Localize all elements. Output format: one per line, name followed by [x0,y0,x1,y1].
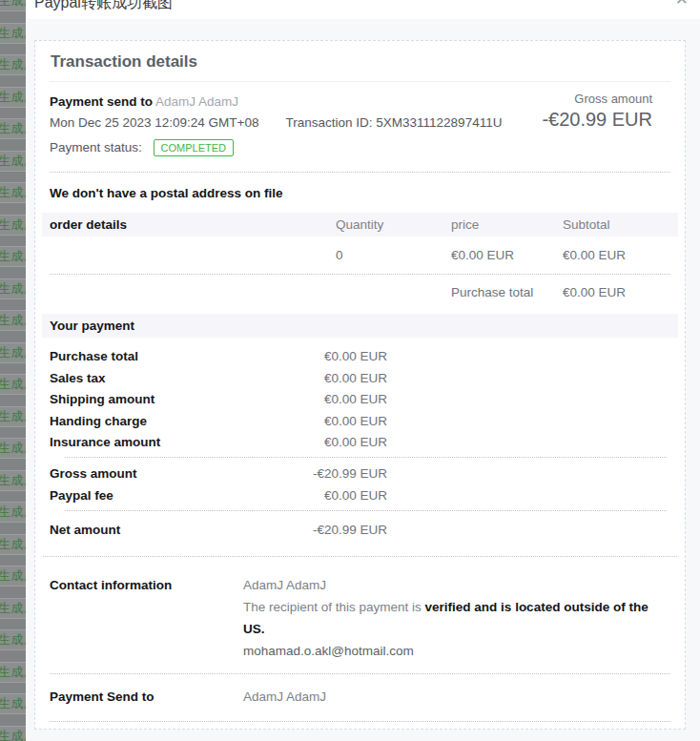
order-table-header: order details Quantity price Subtotal [42,213,678,237]
payment-row: Sales tax €0.00 EUR [50,371,670,393]
close-icon[interactable]: ✕ [675,0,689,8]
background-status-badge: 生成成功 [0,23,26,44]
net-amount-value: -€20.99 EUR [50,523,387,537]
background-status-badge: 生成成功 [0,54,26,75]
transaction-date: Mon Dec 25 2023 12:09:24 GMT+08 [50,115,282,130]
background-status-badge: 生成成功 [0,662,26,683]
subtotal-header: Subtotal [563,217,670,232]
contact-information-values: AdamJ AdamJ The recipient of this paymen… [243,574,670,662]
background-status-badge: 生成成功 [0,438,26,459]
background-status-badge: 生成成功 [0,246,26,267]
divider [65,510,667,511]
row-value: -€20.99 EUR [50,466,387,481]
contact-information-label: Contact information [50,574,243,596]
gross-amount-row: Gross amount -€20.99 EUR [50,466,670,488]
divider [43,556,677,557]
payment-summary: Payment send to AdamJ AdamJ Mon Dec 25 2… [50,82,670,156]
background-status-badge: 生成成功 [0,182,26,203]
payment-send-to-bottom-value: AdamJ AdamJ [243,686,326,708]
paypal-fee-row: Paypal fee €0.00 EUR [50,488,670,510]
background-status-badge: 生成成功 [0,87,26,108]
modal-body: Transaction details Payment send to Adam… [26,19,700,741]
purchase-total-label: Purchase total [451,285,563,299]
modal-header: Paypal转账成功截图 ✕ [26,0,700,19]
background-status-badge: 生成成功 [0,693,26,714]
row-value: €0.00 EUR [50,349,387,363]
row-value: €0.00 EUR [50,414,387,428]
background-status-badge: 生成成功 [0,278,26,299]
gross-amount-label: Gross amount [542,92,652,106]
price-header: price [451,217,563,232]
background-status-badge: 生成成功 [0,310,26,331]
payment-status-line: Payment status: COMPLETED [50,139,670,156]
contact-email: mohamad.o.akl@hotmail.com [243,640,670,662]
background-status-column: 生成成功生成成功生成成功生成成功生成成功生成成功生成成功生成成功生成成功生成成功… [0,0,26,741]
gross-amount-value: -€20.99 EUR [542,109,652,131]
recipient-note: The recipient of this payment is verifie… [243,596,670,640]
quantity-header: Quantity [336,217,451,232]
background-status-badge: 生成成功 [0,470,26,491]
background-status-badge: 生成成功 [0,0,26,11]
modal-title: Paypal转账成功截图 [34,0,173,13]
divider [50,172,670,173]
background-status-badge: 生成成功 [0,118,26,139]
payment-send-to-name: AdamJ AdamJ [155,94,238,109]
order-subtotal-cell: €0.00 EUR [563,248,670,262]
divider [50,721,670,722]
order-table-row: 0 €0.00 EUR €0.00 EUR [42,237,678,274]
row-value: €0.00 EUR [50,371,387,385]
your-payment-heading: Your payment [42,314,678,338]
background-status-badge: 生成成功 [0,598,26,619]
payment-send-to-bottom-label: Payment Send to [50,686,243,708]
row-value: €0.00 EUR [50,435,387,449]
transaction-details-card: Transaction details Payment send to Adam… [34,40,686,730]
postal-address-note: We don't have a postal address on file [50,186,670,200]
row-value: €0.00 EUR [50,392,387,406]
background-status-badge: 生成成功 [0,374,26,395]
background-status-badge: 生成成功 [0,566,26,587]
transaction-id: Transaction ID: 5XM3311122897411U [286,115,503,130]
purchase-total-row: Purchase total €0.00 EUR [42,275,678,312]
order-details-header: order details [50,217,336,232]
gross-amount-block: Gross amount -€20.99 EUR [542,92,652,131]
recipient-note-prefix: The recipient of this payment is [243,600,425,614]
background-status-badge: 生成成功 [0,342,26,363]
background-status-badge: 生成成功 [0,629,26,650]
transaction-modal: Paypal转账成功截图 ✕ Transaction details Payme… [26,0,700,741]
payment-row: Purchase total €0.00 EUR [50,349,670,371]
contact-information-row: Contact information AdamJ AdamJ The reci… [50,574,670,662]
purchase-total-value: €0.00 EUR [563,285,670,299]
totals-rows: Gross amount -€20.99 EUR Paypal fee €0.0… [50,458,670,510]
background-status-badge: 生成成功 [0,406,26,427]
payment-send-to-label: Payment send to [50,94,153,109]
background-status-badge: 生成成功 [0,151,26,172]
card-heading: Transaction details [50,41,670,82]
status-badge: COMPLETED [154,139,234,156]
divider [50,673,670,674]
background-status-badge: 生成成功 [0,534,26,555]
your-payment-rows: Purchase total €0.00 EUR Sales tax €0.00… [50,338,670,457]
payment-status-label: Payment status: [50,140,142,154]
payment-send-to-row: Payment Send to AdamJ AdamJ [50,686,670,708]
contact-name: AdamJ AdamJ [243,574,670,596]
net-amount-row: Net amount -€20.99 EUR [50,523,670,544]
background-status-badge: 生成成功 [0,215,26,236]
payment-row: Insurance amount €0.00 EUR [50,435,670,457]
payment-row: Shipping amount €0.00 EUR [50,392,670,414]
order-quantity-cell: 0 [336,248,451,262]
order-price-cell: €0.00 EUR [451,248,563,262]
background-status-badge: 生成成功 [0,726,26,741]
background-status-badge: 生成成功 [0,502,26,523]
row-value: €0.00 EUR [50,488,387,503]
payment-row: Handing charge €0.00 EUR [50,414,670,436]
